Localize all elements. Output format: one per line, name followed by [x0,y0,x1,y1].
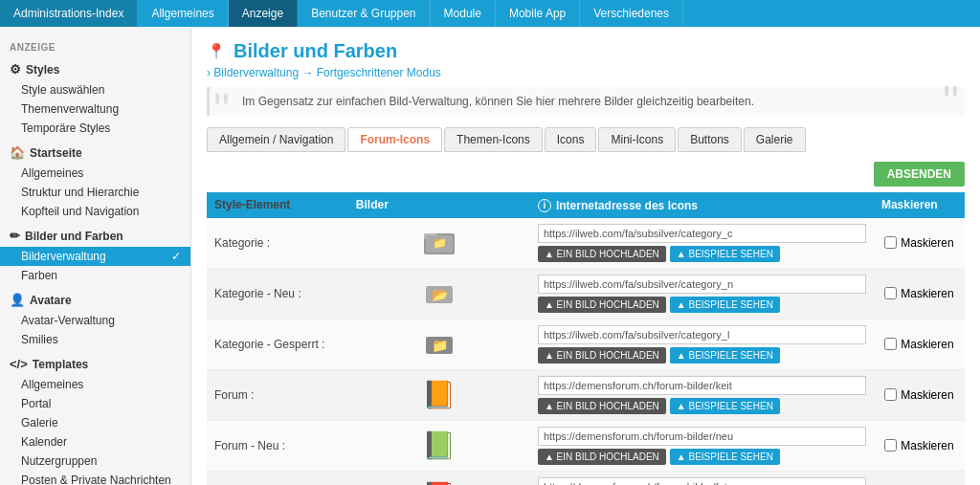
tab-themen-icons[interactable]: Themen-Icons [444,127,543,152]
nav-verschiedenes[interactable]: Verschiedenes [580,0,683,27]
icon-url-input[interactable] [538,477,866,486]
page-header: 📍 Bilder und Farben [207,40,965,62]
col-header-maskieren: Maskieren [874,192,965,218]
icon-image: 📁 [348,218,530,269]
nav-benutzer-gruppen[interactable]: Benutzer & Gruppen [298,0,430,27]
sidebar-item-templates-portal[interactable]: Portal [0,394,190,413]
col-header-bilder: Bilder [348,192,530,218]
nav-mobile-app[interactable]: Mobile App [496,0,580,27]
mask-label[interactable]: Maskieren [881,236,957,250]
tab-galerie[interactable]: Galerie [744,127,806,152]
mask-cell: Maskieren [874,319,965,369]
sidebar-item-bilderverwaltung[interactable]: Bilderverwaltung ✓ [0,247,190,266]
code-icon: </> [10,357,28,371]
breadcrumb-current[interactable]: Fortgeschrittener Modus [317,66,441,79]
pencil-icon: ✏ [10,229,20,243]
sidebar-item-smilies[interactable]: Smilies [0,330,190,349]
sidebar-item-templates-galerie[interactable]: Galerie [0,413,190,432]
table-header-row: Style-Element Bilder i Internetadresse d… [207,192,965,218]
icon-image: 📁 [348,319,530,369]
gear-icon: ⚙ [10,62,21,77]
url-cell: ▲ EIN BILD HOCHLADEN▲ BEISPIELE SEHEN [530,218,874,269]
info-icon: i Internetadresse des Icons [538,199,698,212]
mask-label[interactable]: Maskieren [881,439,957,452]
icon-url-input[interactable] [538,275,866,294]
sidebar-item-templates-allgemeines[interactable]: Allgemeines [0,375,190,394]
sidebar-item-struktur[interactable]: Struktur und Hierarchie [0,183,190,202]
example-button[interactable]: ▲ BEISPIELE SEHEN [670,297,780,313]
top-navigation: Administrations-Index Allgemeines Anzeig… [0,0,980,27]
mask-cell: Maskieren [874,369,965,420]
sidebar-section-bilder: ✏ Bilder und Farben [0,221,190,247]
sidebar-item-themenverwaltung[interactable]: Themenverwaltung [0,99,190,119]
mask-label[interactable]: Maskieren [881,287,957,300]
user-icon: 👤 [10,293,25,307]
sidebar-section-label: ANZEIGE [0,36,190,55]
sidebar-item-kopfteil[interactable]: Kopfteil und Navigation [0,202,190,221]
example-button[interactable]: ▲ BEISPIELE SEHEN [670,398,780,414]
nav-module[interactable]: Module [431,0,496,27]
upload-button[interactable]: ▲ EIN BILD HOCHLADEN [538,398,666,414]
sidebar-section-startseite: 🏠 Startseite [0,138,190,164]
tab-mini-icons[interactable]: Mini-Icons [598,127,676,152]
sidebar-item-style-auswaehlen[interactable]: Style auswählen [0,80,190,99]
svg-text:📁: 📁 [431,338,448,354]
home-icon: 🏠 [10,145,25,160]
url-cell: ▲ EIN BILD HOCHLADEN▲ BEISPIELE SEHEN [530,471,874,485]
nav-admin-index[interactable]: Administrations-Index [0,0,138,27]
url-cell: ▲ EIN BILD HOCHLADEN▲ BEISPIELE SEHEN [530,268,874,319]
page-title: Bilder und Farben [234,40,397,62]
tab-icons[interactable]: Icons [545,127,597,152]
upload-button[interactable]: ▲ EIN BILD HOCHLADEN [538,297,666,313]
sidebar-item-farben[interactable]: Farben [0,266,190,285]
sidebar-item-templates-nutzergruppen[interactable]: Nutzergruppen [0,452,190,471]
breadcrumb-link[interactable]: Bilderverwaltung [213,66,299,79]
mask-checkbox[interactable] [884,338,897,350]
icon-url-input[interactable] [538,427,866,446]
icon-url-input[interactable] [538,376,866,395]
upload-button[interactable]: ▲ EIN BILD HOCHLADEN [538,347,666,364]
table-row: Kategorie :📁▲ EIN BILD HOCHLADEN▲ BEISPI… [207,218,965,269]
icon-image: 📂 [348,268,530,319]
icon-url-input[interactable] [538,224,866,243]
upload-button[interactable]: ▲ EIN BILD HOCHLADEN [538,246,666,262]
sidebar-item-templates-posten[interactable]: Posten & Private Nachrichten [0,471,190,485]
sidebar-section-avatare: 👤 Avatare [0,285,190,311]
breadcrumb: › Bilderverwaltung → Fortgeschrittener M… [207,66,965,79]
example-button[interactable]: ▲ BEISPIELE SEHEN [670,449,780,465]
mask-cell: Maskieren [874,268,965,319]
sidebar-section-styles: ⚙ Styles [0,55,190,80]
location-pin-icon: 📍 [207,42,226,60]
svg-text:📁: 📁 [432,235,446,250]
mask-label[interactable]: Maskieren [881,338,957,351]
url-cell: ▲ EIN BILD HOCHLADEN▲ BEISPIELE SEHEN [530,319,874,369]
sidebar: ANZEIGE ⚙ Styles Style auswählen Themenv… [0,27,191,485]
col-header-style: Style-Element [207,192,348,218]
tab-forum-icons[interactable]: Forum-Icons [347,127,442,152]
style-element-label: Kategorie : [207,218,348,269]
example-button[interactable]: ▲ BEISPIELE SEHEN [670,347,780,364]
sidebar-item-temporaere-styles[interactable]: Temporäre Styles [0,119,190,138]
sidebar-item-avatar-verwaltung[interactable]: Avatar-Verwaltung [0,311,190,330]
absenden-button[interactable]: ABSENDEN [874,162,965,187]
mask-checkbox[interactable] [884,236,897,249]
main-content: 📍 Bilder und Farben › Bilderverwaltung →… [191,27,980,485]
style-element-label: Forum - Neu : [207,420,348,471]
mask-checkbox[interactable] [884,439,897,452]
icon-url-input[interactable] [538,325,866,344]
nav-anzeige[interactable]: Anzeige [229,0,298,27]
mask-checkbox[interactable] [884,287,897,299]
sidebar-section-templates: </> Templates [0,349,190,375]
example-button[interactable]: ▲ BEISPIELE SEHEN [670,246,780,262]
sidebar-item-allgemeines[interactable]: Allgemeines [0,164,190,183]
style-element-label: Kategorie - Gesperrt : [207,319,348,369]
tab-buttons[interactable]: Buttons [678,127,742,152]
upload-button[interactable]: ▲ EIN BILD HOCHLADEN [538,449,666,465]
mask-label[interactable]: Maskieren [881,388,957,402]
mask-cell: Maskieren [874,218,965,269]
table-row: Kategorie - Neu :📂▲ EIN BILD HOCHLADEN▲ … [207,268,965,319]
mask-checkbox[interactable] [884,388,897,401]
table-row: Forum - Gesperrt :📕▲ EIN BILD HOCHLADEN▲… [207,471,965,485]
nav-allgemeines[interactable]: Allgemeines [138,0,228,27]
sidebar-item-templates-kalender[interactable]: Kalender [0,432,190,452]
